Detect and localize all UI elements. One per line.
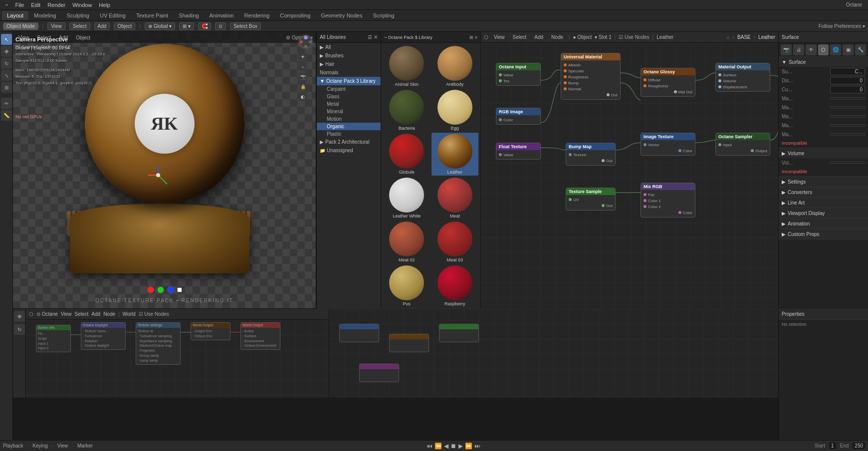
node-material-output[interactable]: Material Output Surface Volume Displacem… (715, 63, 770, 92)
mini-node-br1[interactable] (339, 324, 379, 342)
camera-view-btn[interactable]: 📷 (298, 72, 307, 81)
field-dis-value[interactable]: 0 (830, 77, 865, 84)
snap-btn[interactable]: 🧲 (198, 22, 211, 30)
mat-item-leather-white[interactable]: Leather White (383, 177, 431, 220)
tab-layout[interactable]: Layout (2, 11, 28, 20)
proportional-btn[interactable]: ⊙ (215, 22, 226, 30)
jump-end-btn[interactable]: ⏭ (474, 443, 480, 450)
node-octane-glossy[interactable]: Octane Glossy Diffuse Roughness Mat Out (641, 68, 695, 97)
tab-shading[interactable]: Shading (174, 11, 204, 20)
node-universal-mat[interactable]: Universal Material Albedo Specular Rough… (561, 53, 621, 100)
tab-geometry-nodes[interactable]: Geometry Nodes (316, 11, 367, 20)
menu-window[interactable]: Window (69, 1, 95, 9)
props-render-icon[interactable]: 📷 (781, 44, 792, 55)
settings-section-header[interactable]: ▶ Settings (779, 177, 868, 187)
mat-item-bacteria[interactable]: Bacteria (383, 89, 431, 132)
mini-node-br3[interactable] (439, 324, 479, 342)
object-btn[interactable]: Object (114, 22, 135, 30)
bottom-right-canvas[interactable] (329, 309, 778, 398)
navigate-gizmo[interactable]: Y (298, 34, 313, 49)
mat-item-egg[interactable]: Egg (432, 89, 479, 132)
3d-viewport[interactable]: View Select Add Object ⚙ Options ▾ Camer… (13, 32, 316, 309)
tab-uv-editing[interactable]: UV Editing (95, 11, 131, 20)
node-texture-sample[interactable]: Texture Sample UV Out (566, 188, 616, 211)
field-ma4-value[interactable] (830, 124, 865, 126)
node-octane-sampler[interactable]: Octane Sampler Input Output (715, 133, 770, 156)
field-cu-value[interactable]: 0 (830, 86, 865, 93)
node-slot-btn[interactable]: ▾ Slot 1 (595, 34, 611, 40)
lock-camera-btn[interactable]: 🔒 (298, 82, 307, 91)
bottom-node-btn[interactable]: Node (103, 311, 115, 317)
jump-start-btn[interactable]: ⏮ (427, 443, 433, 450)
follow-prefs[interactable]: Follow Preferences ▾ (819, 23, 865, 29)
bottom-select-btn[interactable]: Select (75, 311, 89, 317)
mat-item-globule[interactable]: Globule (383, 133, 431, 176)
node-rgb-input[interactable]: RGB Image Color (496, 108, 541, 125)
surface-section-header[interactable]: ▼ Surface (779, 57, 868, 67)
mat-item-antibody[interactable]: Antibody (432, 45, 479, 88)
lib-close-btn[interactable]: ✕ (374, 34, 378, 40)
lib-cat-all[interactable]: ▶All (317, 43, 381, 51)
mat-item-raspberry[interactable]: Raspberry (432, 264, 479, 307)
mat-item-animal-skin[interactable]: Animal Skin (383, 45, 431, 88)
tab-texture-paint[interactable]: Texture Paint (131, 11, 173, 20)
node-image-texture[interactable]: Image Texture Vector Color (641, 133, 695, 156)
mini-node-2[interactable]: Octane Daylight · Texture name... · Turb… (81, 322, 126, 350)
zoom-in-btn[interactable]: + (298, 52, 307, 61)
props-output-icon[interactable]: 🖨 (793, 44, 804, 55)
node-view-btn[interactable]: View (491, 34, 507, 40)
lib-cat-octane-pack3[interactable]: ▼Octane Pack 3 Library (317, 77, 381, 85)
render-preview-btn[interactable]: ◐ (298, 92, 307, 101)
props-scene-icon[interactable]: ⬡ (818, 44, 829, 55)
step-fwd-btn[interactable]: ⏩ (465, 443, 472, 450)
lib-cat-normals[interactable]: Normals (317, 68, 381, 77)
node-octane-input[interactable]: Octane Input Value Tex (496, 63, 541, 86)
node-float-tex[interactable]: Float Texture Value (496, 143, 541, 160)
tab-rendering[interactable]: Rendering (239, 11, 274, 20)
mat-grid-filter-btn[interactable]: ≡ (475, 35, 477, 40)
menu-file[interactable]: File (12, 1, 27, 9)
start-frame-input[interactable]: 1 (829, 443, 836, 449)
node-use-nodes-toggle[interactable]: ☑ Use Nodes (619, 34, 649, 40)
view-btn[interactable]: View (47, 22, 65, 30)
node-canvas[interactable]: Octane Input Value Tex RGB Image Color (481, 43, 778, 309)
custom-props-section-header[interactable]: ▶ Custom Props (779, 229, 868, 239)
bottom-use-nodes[interactable]: ☑ Use Nodes (139, 311, 169, 317)
mat-item-meat03[interactable]: Meat 03 (432, 221, 479, 263)
step-back-btn[interactable]: ⏪ (434, 443, 442, 450)
annotate-tool[interactable]: ✏ (1, 98, 12, 109)
keying-btn[interactable]: Keying (32, 443, 48, 449)
mini-node-1[interactable]: Scene Info FA... Scale Input 1 Input 2 (36, 325, 71, 352)
lib-sub-plastic[interactable]: Plastic (317, 130, 381, 138)
marker-btn[interactable]: Marker (77, 443, 93, 449)
mat-grid-view-btn[interactable]: ⊞ (469, 35, 473, 40)
lib-cat-brushes[interactable]: ▶Brushes (317, 51, 381, 60)
playback-btn[interactable]: Playback (3, 443, 23, 449)
lib-sub-mineral[interactable]: Mineral (317, 108, 381, 115)
mini-node-br2[interactable] (389, 334, 429, 352)
object-mode-selector[interactable]: Object Mode (3, 22, 38, 30)
mini-node-3[interactable]: Texture settings Texture Id · Turbulence… (136, 322, 181, 365)
scale-tool[interactable]: ⤡ (1, 70, 12, 81)
lib-cat-hair[interactable]: ▶Hair (317, 60, 381, 68)
play-btn[interactable]: ▶ (458, 443, 463, 450)
cursor-tool[interactable]: ↖ (1, 34, 12, 45)
mat-item-pus[interactable]: Pus (383, 264, 431, 307)
field-ma1-value[interactable] (830, 97, 865, 99)
tab-sculpting[interactable]: Sculpting (62, 11, 94, 20)
menu-render[interactable]: Render (44, 1, 68, 9)
end-frame-input[interactable]: 250 (853, 443, 865, 449)
menu-tilde[interactable]: ~ (2, 1, 11, 9)
lib-cat-unassigned[interactable]: 📁Unassigned (317, 146, 381, 155)
bottom-node-canvas[interactable]: Scene Info FA... Scale Input 1 Input 2 O… (26, 320, 329, 398)
view-btn-status[interactable]: View (57, 443, 68, 449)
transform-dropdown[interactable]: ⊕ Global ▾ (145, 22, 175, 30)
converters-section-header[interactable]: ▶ Converters (779, 187, 868, 197)
props-object-icon[interactable]: ▣ (843, 44, 854, 55)
lib-sub-organic[interactable]: Organic (317, 123, 381, 130)
rotate-tool[interactable]: ↻ (1, 58, 12, 69)
mat-item-leather[interactable]: Leather (432, 133, 479, 176)
lib-sub-glass[interactable]: Glass (317, 93, 381, 100)
tab-scripting[interactable]: Scripting (368, 11, 399, 20)
select-btn[interactable]: Select (69, 22, 90, 30)
